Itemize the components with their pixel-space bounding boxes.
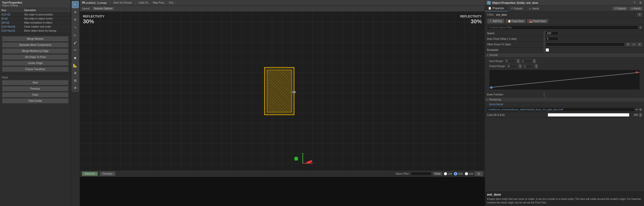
pivot-action-btn[interactable]: View Center	[2, 98, 68, 104]
move-tool[interactable]: ✛	[72, 9, 79, 16]
input-range-min[interactable]	[505, 59, 515, 63]
scale-tool[interactable]: ⤡	[72, 24, 79, 31]
speed-input[interactable]	[546, 31, 558, 35]
world-model-path-input[interactable]	[487, 108, 635, 112]
shortcut-row: [Ctrl+Num2]Move object down by tracing	[0, 29, 71, 33]
copy-keys-btn[interactable]: 📋 Copy Keys	[505, 19, 526, 23]
color-label: Color (R G B A)	[487, 114, 543, 116]
reflectivity-label-left: REFLECTIVITY 30%	[83, 15, 104, 25]
outputs-outer-icon: ↗	[614, 7, 616, 10]
output-range-max[interactable]	[523, 64, 533, 68]
object-properties-panel: 🔧 Object Properties: Entity: ent_door ? …	[485, 0, 644, 206]
output-range-max-up[interactable]: ▲	[535, 64, 538, 66]
measure-tool[interactable]: 📐	[72, 62, 79, 69]
world-model-settings-btn[interactable]: ⚙	[639, 108, 642, 111]
pivot-section: Pivot NextPreviousClearView Center	[0, 75, 71, 105]
vertex-tool[interactable]: ◆	[72, 54, 79, 61]
output-range-max-down[interactable]: ▼	[535, 66, 538, 68]
rendering-section-header[interactable]: ▸ Rendering	[485, 97, 644, 102]
auto-vis-groups-btn[interactable]: Auto Vis Groups	[113, 1, 132, 4]
output-range-up[interactable]: ▲	[519, 64, 522, 66]
input-range-max-up[interactable]: ▲	[533, 59, 536, 61]
curve-editor-canvas[interactable]	[489, 70, 640, 90]
materials-tab[interactable]: Materials	[82, 172, 98, 176]
mesh-action-btn[interactable]: Freeze Transform	[2, 67, 68, 72]
rendering-section-label: Rendering	[489, 98, 501, 101]
speed-value	[546, 31, 642, 35]
tab-properties[interactable]: 📋 Properties	[485, 6, 508, 11]
color-down-btn[interactable]: ▼	[639, 115, 642, 117]
output-range-min[interactable]	[507, 64, 517, 68]
tab-inputs[interactable]: ↙ Inputs	[526, 6, 542, 11]
rotate-tool[interactable]: ⟳	[72, 16, 79, 23]
breakable-label: Breakable	[487, 49, 543, 51]
auto-close-delay-input[interactable]	[546, 37, 558, 41]
mesh-action-btn[interactable]: Center Origin	[2, 60, 68, 66]
grid-radio[interactable]: Grid	[454, 172, 463, 175]
paint-tool[interactable]: 🖌	[72, 39, 79, 46]
shortcut-row: [Alt+Q]Align workplane to object	[0, 21, 71, 25]
list-radio[interactable]: List	[444, 172, 452, 175]
close-btn[interactable]: ✕	[639, 1, 642, 5]
pivot-action-btn[interactable]: Clear	[2, 92, 68, 97]
output-range-row: Output Range: ▲ ▼ ▲ ▼	[487, 64, 642, 69]
arrow-cursor-tool[interactable]: ↖	[72, 1, 79, 8]
viewport-canvas[interactable]: REFLECTIVITY 30% REFLECTIVITY 30%	[80, 12, 485, 171]
mesh-buttons-group: Merge MeshesSeparate Mesh ComponentsMerg…	[0, 35, 71, 73]
live-radio[interactable]: Live	[465, 172, 473, 175]
tool-properties-title: Tool Properties	[2, 1, 68, 4]
color-up-btn[interactable]: ▲	[639, 113, 642, 115]
other-doors-input[interactable]	[546, 43, 625, 46]
other-doors-edit-btn[interactable]: ✏	[632, 43, 636, 46]
mesh-action-btn[interactable]: Separate Mesh Components	[2, 42, 68, 48]
inputs-outer-btn[interactable]: ↙ Inputs	[629, 6, 643, 11]
sounds-section-header[interactable]: ▸ Sounds	[485, 53, 644, 57]
breakable-checkbox[interactable]	[546, 48, 549, 52]
name-filter-input[interactable]	[411, 172, 431, 176]
door-frame	[264, 67, 294, 115]
class-row: Class: ent_door ⚙	[485, 12, 644, 18]
world-model-link[interactable]: World Model	[487, 102, 505, 106]
group-tool[interactable]: ⊞	[72, 77, 79, 84]
clear-filter-btn[interactable]: Clear	[433, 172, 442, 176]
input-range-up[interactable]: ▲	[517, 59, 520, 61]
door-object[interactable]	[264, 67, 294, 115]
mesh-action-btn[interactable]: Merge Meshes by Edge	[2, 48, 68, 54]
outputs-outer-btn[interactable]: ↗ Outputs	[612, 6, 628, 11]
help-btn[interactable]: ?	[634, 1, 635, 5]
paste-keys-btn[interactable]: 📥 Paste Keys	[527, 19, 548, 23]
pivot-action-btn[interactable]: Next	[2, 80, 68, 85]
session-options-btn[interactable]: Session Options	[92, 7, 114, 10]
mesh-action-btn[interactable]: Merge Meshes	[2, 36, 68, 42]
texture-area	[80, 177, 485, 206]
other-doors-settings-btn[interactable]: ⚙	[637, 43, 642, 46]
input-range-max[interactable]	[521, 59, 531, 63]
input-range-down[interactable]: ▼	[517, 61, 520, 63]
select-tool[interactable]: ▷	[72, 31, 79, 38]
knife-tool[interactable]: ✂	[72, 47, 79, 54]
pivot-tool[interactable]: ⊕	[72, 69, 79, 76]
pivot-action-btn[interactable]: Previous	[2, 86, 68, 91]
mesh-action-btn[interactable]: Set Origin To Pivot	[2, 54, 68, 60]
input-range-max-down[interactable]: ▼	[533, 61, 536, 63]
speed-label: Speed	[487, 32, 543, 35]
name-filter-label: Name Filter:	[396, 172, 409, 175]
add-key-btn[interactable]: ＋ Add Key	[487, 18, 504, 24]
class-settings-btn[interactable]: ⚙	[637, 13, 642, 16]
overlays-tab[interactable]: Overlays	[100, 172, 115, 176]
undo-btn[interactable]: Undo Hi...	[139, 1, 150, 4]
visibility-tool[interactable]: 👁	[72, 85, 79, 92]
other-doors-dropdown[interactable]: ▼	[626, 43, 631, 46]
tool-properties-panel: Tool Properties Object Editing Key Opera…	[0, 0, 71, 206]
out-btn[interactable]: Out...	[169, 1, 175, 4]
app-title: 🗺 untitled_1.vmap	[82, 1, 107, 4]
world-model-edit-btn[interactable]: ✏	[636, 108, 638, 111]
inputs-outer-icon: ↙	[631, 7, 633, 10]
view-options-btn[interactable]: ⚙	[475, 172, 483, 176]
map-prob-btn[interactable]: Map Prob...	[153, 1, 166, 4]
property-filter-input[interactable]	[487, 25, 638, 30]
output-range-down[interactable]: ▼	[519, 66, 522, 68]
tab-outputs[interactable]: ↗ Outputs	[508, 6, 526, 11]
entity-description: A basic door entity that can move or rot…	[487, 197, 642, 204]
color-swatch[interactable]	[548, 113, 629, 117]
